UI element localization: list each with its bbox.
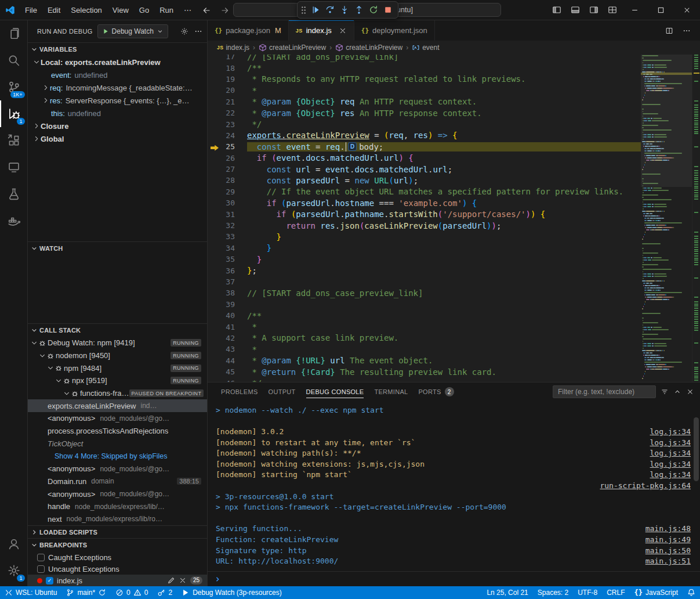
console-filter-input[interactable] bbox=[553, 385, 656, 398]
code-line-24[interactable]: 24exports.createLinkPreview = (req, res)… bbox=[208, 130, 641, 141]
code-line-17[interactable]: 17// [START add_ons_preview_link] bbox=[208, 55, 641, 62]
console-line[interactable]: [nodemon] watching path(s): **/*log.js:3… bbox=[216, 448, 700, 459]
code-line-39[interactable]: 39 bbox=[208, 299, 641, 310]
drag-grip-icon[interactable] bbox=[301, 6, 306, 15]
breadcrumb-createLinkPreview[interactable]: createLinkPreview bbox=[335, 44, 402, 52]
menu-view[interactable]: View bbox=[107, 3, 134, 17]
code-line-18[interactable]: 18/** bbox=[208, 62, 641, 73]
callstack-frame-row[interactable]: exports.createLinkPreviewind… bbox=[28, 399, 207, 412]
step-over-button[interactable] bbox=[323, 3, 337, 17]
source-link[interactable]: log.js:34 bbox=[650, 427, 691, 436]
debug-settings-gear-icon[interactable] bbox=[180, 27, 188, 35]
panel-tab-debug-console[interactable]: DEBUG CONSOLE bbox=[301, 383, 369, 401]
debug-console-output[interactable]: > nodemon --watch ./ --exec npm start[no… bbox=[208, 401, 700, 571]
editor-more-actions-icon[interactable] bbox=[679, 27, 694, 35]
callstack-frame-row[interactable]: <anonymous>node_modules/@go… bbox=[28, 463, 207, 475]
code-line-31[interactable]: 31 if (parsedUrl.pathname.startsWith('/s… bbox=[208, 208, 641, 219]
code-line-25[interactable]: 25 const event = req.Dbody; bbox=[208, 141, 641, 152]
close-window-button[interactable] bbox=[674, 0, 700, 20]
more-menus-button[interactable]: ⋯ bbox=[179, 3, 197, 17]
activity-extensions[interactable] bbox=[0, 127, 28, 154]
breadcrumb-event[interactable]: event bbox=[412, 44, 439, 52]
console-line[interactable]: > nodemon --watch ./ --exec npm start bbox=[216, 405, 700, 416]
code-line-44[interactable]: 44 * @param {!URL} url The event object. bbox=[208, 355, 641, 366]
status-problems[interactable]: 00 bbox=[111, 586, 153, 599]
status-forwarded-ports[interactable]: 2 bbox=[153, 586, 177, 599]
close-icon[interactable] bbox=[179, 576, 187, 584]
activity-testing[interactable] bbox=[0, 181, 28, 207]
minimize-button[interactable] bbox=[622, 0, 648, 20]
status-branch[interactable]: main* bbox=[61, 586, 111, 599]
stop-button[interactable] bbox=[381, 3, 395, 17]
console-line[interactable]: Signature type: httpmain.js:50 bbox=[216, 545, 700, 556]
console-line[interactable] bbox=[216, 416, 700, 427]
activity-run-and-debug[interactable]: 1 bbox=[0, 100, 28, 127]
toggle-secondary-sidebar-icon[interactable] bbox=[585, 5, 603, 15]
status-notifications[interactable] bbox=[683, 586, 700, 599]
callstack-frame-row[interactable]: nextnode_modules/express/lib/ro… bbox=[28, 513, 207, 525]
code-line-20[interactable]: 20 * bbox=[208, 85, 641, 96]
filter-icon[interactable] bbox=[661, 388, 669, 396]
code-line-32[interactable]: 32 return res.json(caseLinkPreview(parse… bbox=[208, 220, 641, 231]
code-line-42[interactable]: 42 * A support case link preview. bbox=[208, 333, 641, 344]
tab-index.js[interactable]: JSindex.js bbox=[289, 20, 354, 41]
callstack-frame-row[interactable]: TickObject bbox=[28, 438, 207, 450]
status-debug-status[interactable]: Debug Watch (3p-resources) bbox=[177, 586, 286, 599]
console-line[interactable]: [nodemon] to restart at any time, enter … bbox=[216, 437, 700, 448]
toggle-panel-icon[interactable] bbox=[566, 5, 585, 15]
code-line-35[interactable]: 35 } bbox=[208, 254, 641, 265]
code-line-43[interactable]: 43 * bbox=[208, 344, 641, 355]
source-link[interactable]: log.js:34 bbox=[650, 438, 691, 447]
breakpoint-row[interactable]: Caught Exceptions bbox=[28, 551, 207, 563]
maximize-panel-icon[interactable] bbox=[673, 388, 681, 396]
console-line[interactable]: Serving function...main.js:48 bbox=[216, 524, 700, 535]
status-indentation[interactable]: Spaces: 2 bbox=[533, 586, 573, 599]
customize-layout-icon[interactable] bbox=[603, 5, 622, 15]
variable-row[interactable]: res:ServerResponse {_events: {…}, _e… bbox=[28, 94, 207, 107]
inline-suggestion[interactable]: Dbody; bbox=[348, 142, 383, 151]
breakpoint-checkbox[interactable]: ✓ bbox=[46, 577, 53, 584]
close-panel-icon[interactable] bbox=[686, 388, 694, 396]
source-link[interactable]: main.js:48 bbox=[645, 524, 691, 533]
code-line-37[interactable]: 37 bbox=[208, 276, 641, 287]
activity-accounts[interactable] bbox=[0, 531, 28, 557]
breakpoint-checkbox[interactable] bbox=[37, 565, 45, 573]
code-line-34[interactable]: 34 } bbox=[208, 243, 641, 254]
loaded-scripts-header[interactable]: LOADED SCRIPTS bbox=[28, 526, 207, 538]
pencil-icon[interactable] bbox=[167, 576, 175, 584]
console-line[interactable]: URL: http://localhost:9000/main.js:51 bbox=[216, 555, 700, 566]
step-into-button[interactable] bbox=[338, 3, 351, 17]
panel-tab-output[interactable]: OUTPUT bbox=[263, 383, 301, 401]
code-line-19[interactable]: 19 * Responds to any HTTP request relate… bbox=[208, 74, 641, 85]
menu-edit[interactable]: Edit bbox=[42, 3, 66, 17]
breadcrumb-createLinkPreview[interactable]: createLinkPreview bbox=[259, 44, 326, 52]
code-line-29[interactable]: 29 // If the event object URL matches a … bbox=[208, 186, 641, 197]
status-encoding[interactable]: UTF-8 bbox=[573, 586, 602, 599]
restart-button[interactable] bbox=[367, 3, 380, 17]
menu-file[interactable]: File bbox=[20, 3, 42, 17]
code-line-40[interactable]: 40/** bbox=[208, 310, 641, 321]
activity-manage[interactable]: 1 bbox=[0, 557, 28, 584]
maximize-button[interactable] bbox=[648, 0, 674, 20]
activity-explorer[interactable] bbox=[0, 20, 28, 47]
activity-search[interactable] bbox=[0, 47, 28, 74]
toggle-primary-sidebar-icon[interactable] bbox=[547, 5, 566, 15]
source-link[interactable]: log.js:34 bbox=[650, 449, 691, 457]
variable-row[interactable]: event:undefined bbox=[28, 68, 207, 81]
close-tab-button[interactable] bbox=[339, 27, 347, 35]
continue-button[interactable] bbox=[309, 3, 322, 17]
code-line-22[interactable]: 22 * @param {Object} res An HTTP respons… bbox=[208, 107, 641, 118]
console-line[interactable]: > npx functions-framework --target=creat… bbox=[216, 501, 700, 513]
panel-scrollbar[interactable] bbox=[694, 417, 699, 481]
variable-row[interactable]: Local: exports.createLinkPreview bbox=[28, 56, 207, 68]
source-link[interactable]: log.js:34 bbox=[650, 470, 691, 479]
status-eol[interactable]: CRLF bbox=[602, 586, 629, 599]
call-stack-header[interactable]: CALL STACK bbox=[28, 324, 207, 337]
callstack-session-row[interactable]: functions-fra…PAUSED ON BREAKPOINT bbox=[28, 387, 207, 400]
code-line-45[interactable]: 45 * @return {!Card} The resulting previ… bbox=[208, 366, 641, 377]
callstack-frame-row[interactable]: handlenode_modules/express/lib/… bbox=[28, 500, 207, 513]
console-line[interactable]: [nodemon] 3.0.2log.js:34 bbox=[216, 426, 700, 437]
callstack-skip-link-row[interactable]: Show 4 More: Skipped by skipFiles bbox=[28, 450, 207, 463]
code-line-27[interactable]: 27 const url = event.docs.matchedUrl.url… bbox=[208, 164, 641, 175]
callstack-frame-row[interactable]: process.processTicksAndRejections bbox=[28, 425, 207, 438]
